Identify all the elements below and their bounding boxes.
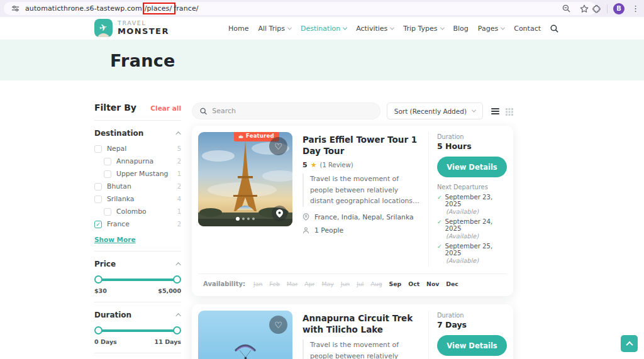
address-bar[interactable]: automaticthrone.s6-tastewp.com /places/ … [4, 2, 596, 15]
filter-by-title: Filter By [94, 102, 136, 113]
carousel-dot[interactable] [247, 218, 250, 220]
price-section-title: Price [94, 260, 116, 268]
checkbox[interactable] [94, 196, 102, 203]
review-count[interactable]: (1 Review) [320, 162, 353, 168]
duration-value: 5 Hours [437, 141, 507, 151]
tour-people: 1 People [303, 226, 419, 235]
nav-contact[interactable]: Contact [514, 25, 541, 33]
nav-all-trips[interactable]: All Trips [258, 25, 291, 33]
price-range-slider[interactable] [95, 275, 180, 284]
availability-bar: Availability: Jan Feb Mar Apr May Jun Ju… [198, 273, 507, 290]
month-dec: Dec [446, 280, 458, 287]
checkbox[interactable] [94, 145, 102, 153]
site-logo[interactable]: ✈ TRAVEL MONSTER [94, 19, 169, 37]
search-box[interactable] [192, 102, 380, 119]
month-may: May [321, 280, 333, 287]
chevron-up-icon [626, 341, 633, 348]
departure-item: ✓ September 25, 2025 [437, 243, 507, 257]
filter-option-srilanka[interactable]: Srilanka 4 [94, 195, 181, 203]
chevron-down-icon [472, 108, 476, 113]
filter-option-nepal[interactable]: Nepal 5 [94, 145, 181, 153]
site-header: ✈ TRAVEL MONSTER Home All Trips Destinat… [0, 17, 644, 40]
duration-range-slider[interactable] [95, 326, 180, 335]
carousel-dots [236, 217, 255, 221]
availability-label: Availability: [203, 280, 245, 287]
tour-card-annapurna: ♡ Annapurna Circuit Trek with Tilicho La… [192, 304, 513, 359]
tour-title[interactable]: Paris Effiel Tower Tour 1 Day Tour [303, 134, 419, 157]
zoom-icon[interactable] [562, 4, 570, 13]
filter-option-bhutan[interactable]: Bhutan 2 [94, 182, 181, 191]
sort-dropdown[interactable]: Sort (Recently Added) [387, 102, 483, 119]
wishlist-heart-icon[interactable]: ♡ [269, 137, 287, 155]
bookmark-star-icon[interactable] [580, 4, 589, 13]
grid-view-icon[interactable] [506, 108, 508, 110]
url-text[interactable]: automaticthrone.s6-tastewp.com /places/ … [25, 3, 199, 14]
search-input[interactable] [212, 107, 372, 115]
nav-blog[interactable]: Blog [453, 25, 469, 33]
collapse-chevron-icon[interactable] [175, 313, 180, 318]
collapse-chevron-icon[interactable] [175, 262, 180, 267]
tour-description: Travel is the movement of people between… [303, 174, 419, 206]
checkbox[interactable] [104, 208, 111, 216]
site-settings-icon[interactable] [11, 4, 19, 13]
tour-title[interactable]: Annapurna Circuit Trek with Tilicho Lake [303, 312, 419, 335]
nav-destination[interactable]: Destination [301, 25, 347, 33]
price-min-handle[interactable] [94, 275, 103, 284]
wishlist-heart-icon[interactable]: ♡ [269, 316, 287, 334]
clear-all-link[interactable]: Clear all [150, 104, 181, 112]
checkbox[interactable] [104, 170, 111, 178]
carousel-dot[interactable] [252, 218, 255, 220]
collapse-chevron-icon[interactable] [175, 131, 180, 136]
filter-option-annapurna[interactable]: Annapurna 2 [94, 157, 181, 165]
tour-listing: Sort (Recently Added) [192, 102, 513, 359]
view-details-button[interactable]: View Details [437, 335, 507, 356]
logo-text-monster: MONSTER [118, 27, 169, 36]
price-min-label: $30 [94, 287, 107, 294]
map-pin-icon[interactable] [272, 206, 287, 221]
duration-section-title: Duration [94, 311, 131, 319]
profile-avatar[interactable]: B [613, 3, 625, 14]
listing-toolbar: Sort (Recently Added) [192, 102, 513, 119]
nav-home[interactable]: Home [228, 25, 248, 33]
carousel-dot[interactable] [236, 217, 240, 221]
duration-min-handle[interactable] [94, 326, 103, 334]
view-details-button[interactable]: View Details [437, 157, 507, 177]
tour-image-paraglider[interactable]: ♡ [198, 311, 292, 359]
show-more-link[interactable]: Show More [94, 236, 136, 243]
destination-section-title: Destination [94, 129, 143, 138]
filter-option-france[interactable]: ✓ France 2 [94, 220, 181, 228]
price-max-handle[interactable] [173, 275, 181, 284]
duration-label: Duration [437, 133, 507, 140]
filter-section-activities: Activities Boating 3 City Tour 9 Cycling… [94, 353, 181, 359]
month-apr: Apr [304, 280, 314, 287]
duration-max-handle[interactable] [173, 326, 181, 334]
hero-banner: France [0, 40, 644, 80]
checkbox[interactable] [94, 183, 102, 191]
person-icon [303, 227, 309, 234]
tour-card-paris: Featured ♡ Paris Effiel Tower Tour 1 Day… [192, 126, 513, 296]
nav-activities[interactable]: Activities [356, 25, 394, 33]
list-view-icon[interactable] [491, 108, 499, 114]
browser-menu-icon[interactable]: ⋮ [630, 4, 641, 13]
divider [607, 4, 608, 13]
month-aug: Aug [370, 280, 382, 287]
next-departures-label: Next Departures [437, 184, 507, 191]
filter-section-price: Price $30 $5,000 [94, 251, 181, 302]
tour-image-eiffel-tower[interactable]: Featured ♡ [198, 132, 292, 226]
duration-min-label: 0 Days [94, 338, 117, 345]
nav-pages[interactable]: Pages [478, 25, 504, 33]
carousel-dot[interactable] [242, 218, 245, 220]
header-search-icon[interactable] [550, 25, 558, 33]
filter-option-colombo[interactable]: Colombo 1 [94, 207, 181, 216]
logo-text-travel: TRAVEL [118, 20, 169, 26]
month-jun: Jun [341, 280, 350, 287]
checkbox[interactable] [104, 158, 111, 165]
scroll-to-top-button[interactable] [621, 335, 638, 352]
logo-plane-icon: ✈ [94, 19, 113, 37]
checkbox-checked[interactable]: ✓ [94, 221, 102, 228]
filter-section-duration: Duration 0 Days 11 Days [94, 302, 181, 353]
filter-sidebar: Filter By Clear all Destination Nepal 5 … [94, 102, 181, 359]
extensions-icon[interactable] [592, 4, 601, 13]
nav-trip-types[interactable]: Trip Types [403, 25, 443, 33]
filter-option-upper-mustang[interactable]: Upper Mustang 1 [94, 170, 181, 178]
